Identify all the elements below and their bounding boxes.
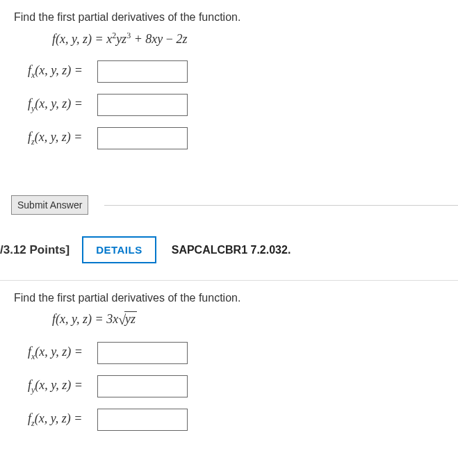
submit-button[interactable]: Submit Answer: [11, 195, 88, 215]
question-2: Find the first partial derivatives of th…: [0, 281, 458, 456]
input-fz[interactable]: [97, 127, 188, 149]
input-fy[interactable]: [97, 375, 188, 397]
label-fx: fx(x, y, z) =: [14, 345, 97, 362]
instruction-text: Find the first partial derivatives of th…: [14, 292, 444, 304]
function-equation: f(x, y, z) = x2yz3 + 8xy − 2z: [52, 31, 444, 47]
answer-row-fy: fy(x, y, z) =: [14, 94, 444, 116]
answer-row-fx: fx(x, y, z) =: [14, 60, 444, 83]
answer-row-fz: fz(x, y, z) =: [14, 409, 444, 431]
label-fy: fy(x, y, z) =: [14, 378, 97, 395]
answer-row-fy: fy(x, y, z) =: [14, 375, 444, 397]
function-equation: f(x, y, z) = 3x√yz: [52, 311, 444, 328]
answer-row-fz: fz(x, y, z) =: [14, 127, 444, 149]
label-fy: fy(x, y, z) =: [14, 97, 97, 114]
label-fx: fx(x, y, z) =: [14, 63, 97, 81]
instruction-text: Find the first partial derivatives of th…: [14, 11, 444, 24]
details-button[interactable]: DETAILS: [82, 236, 156, 263]
label-fz: fz(x, y, z) =: [14, 130, 97, 147]
input-fy[interactable]: [97, 94, 188, 116]
question-1: Find the first partial derivatives of th…: [0, 0, 458, 174]
input-fx[interactable]: [97, 342, 188, 364]
input-fz[interactable]: [97, 409, 188, 431]
answer-row-fx: fx(x, y, z) =: [14, 342, 444, 364]
book-reference: SAPCALCBR1 7.2.032.: [172, 244, 291, 256]
label-fz: fz(x, y, z) =: [14, 411, 97, 429]
points-label: /3.12 Points]: [0, 243, 69, 257]
question-header: /3.12 Points] DETAILS SAPCALCBR1 7.2.032…: [0, 206, 458, 281]
input-fx[interactable]: [97, 60, 188, 83]
